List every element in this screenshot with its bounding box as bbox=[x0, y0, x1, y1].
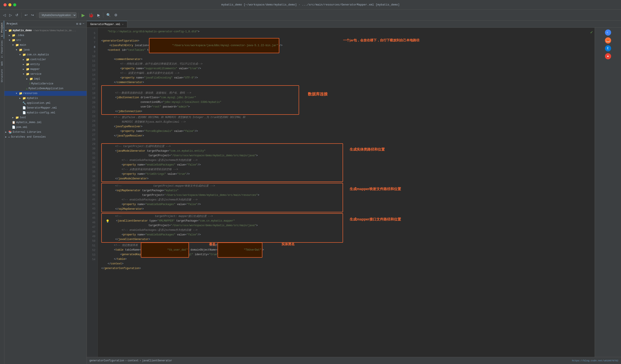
tree-item-application-yml[interactable]: 🔧 application.yml bbox=[4, 101, 86, 105]
tree-item-idea[interactable]: ▶ 📁 .idea bbox=[4, 33, 86, 38]
editor-outer: 5 6 7 8 9 10 11 12 13 14 15 16 17 18 19 … bbox=[87, 28, 621, 357]
annotation-mapper-interface-label: 生成mapper接口文件路径和位置 bbox=[350, 217, 401, 222]
run-button[interactable]: ▶ bbox=[80, 12, 86, 19]
code-line-24: NUMERIC 类型解析为java.math.BigDecimal --> bbox=[101, 120, 591, 124]
titlebar: mybatis_demo [~/workspace/demo/mybatis_d… bbox=[0, 0, 621, 10]
tree-item-com-cn-mybatis[interactable]: ▼ 📁 com.cn.mybatis bbox=[4, 52, 86, 57]
code-line-18: <!--数据库连接的信息：驱动类、连接地址、用户名、密码 --> bbox=[103, 91, 298, 95]
sidebar-tabs: 1: Project 2: Favorites Web Structure bbox=[0, 21, 4, 364]
tree-item-service[interactable]: ▼ 📁 service bbox=[4, 72, 86, 76]
tree-item-mybatis-folder[interactable]: ▶ 📁 mybatis bbox=[4, 96, 86, 101]
tree-item-mybatis-service[interactable]: Ⅰ MybatisService bbox=[4, 81, 86, 86]
line-num-29: 29 bbox=[87, 142, 98, 147]
project-header: Project ⊟ ⚙ − bbox=[4, 21, 86, 27]
sync-button[interactable]: ↺ bbox=[14, 12, 19, 18]
tree-arrow: ▶ bbox=[23, 68, 26, 70]
structure-tab[interactable]: Structure bbox=[0, 68, 4, 84]
line-num-22: 22 bbox=[87, 110, 98, 114]
project-tab[interactable]: 1: Project bbox=[0, 21, 4, 39]
folder-icon: 📁 bbox=[26, 58, 29, 61]
line-num-37: 37 bbox=[87, 179, 98, 184]
minimize-panel-icon[interactable]: − bbox=[83, 22, 84, 26]
code-line-23: <!-- 默认false，把JDBC DECIMAL 和 NUMERIC 类型解… bbox=[101, 115, 591, 120]
tree-item-test[interactable]: ▶ 📁 test bbox=[4, 115, 86, 120]
line-num-7: 7 bbox=[87, 40, 98, 45]
tree-arrow: ▼ bbox=[23, 73, 26, 75]
tree-item-mapper[interactable]: ▶ 📁 mapper bbox=[4, 67, 86, 72]
app-selector[interactable]: MybatisDemoApplication bbox=[39, 12, 76, 18]
chrome-icon[interactable]: C bbox=[605, 30, 611, 35]
tree-item-mybatis-demo-app[interactable]: ☕ MybatisDemoApplication bbox=[4, 86, 86, 91]
tree-label: MybatisDemoApplication bbox=[29, 87, 63, 90]
tree-label: entity bbox=[30, 63, 40, 66]
svg-text:C: C bbox=[607, 32, 608, 34]
tree-item-scratches[interactable]: ▶ ✏️ Scratches and Consoles bbox=[4, 135, 86, 139]
tree-item-main[interactable]: ▼ 📁 main bbox=[4, 43, 86, 48]
tree-item-resources[interactable]: ▼ 📁 resources bbox=[4, 91, 86, 96]
favorites-tab[interactable]: 2: Favorites bbox=[0, 39, 4, 60]
tree-arrow: ▼ bbox=[16, 49, 19, 51]
settings-button[interactable]: ⚙ bbox=[113, 12, 119, 18]
tree-label: MybatisService bbox=[31, 82, 53, 85]
breadcrumb-item-3[interactable]: javaClientGenerator bbox=[142, 359, 172, 362]
folder-icon: 📁 bbox=[26, 63, 29, 66]
tree-item-mybatis-config[interactable]: 📄 mybatis-config.xml bbox=[4, 110, 86, 115]
tree-item-generator-mapper[interactable]: 📄 GeneratorMapper.xml bbox=[4, 105, 86, 110]
tab-close-icon[interactable]: ✕ bbox=[122, 23, 123, 26]
tree-item-src[interactable]: ▼ 📁 src bbox=[4, 38, 86, 43]
tree-arrow: ▶ bbox=[5, 131, 8, 133]
tree-item-entity[interactable]: ▶ 📁 entity bbox=[4, 62, 86, 67]
tree-item-external-libs[interactable]: ▶ 📚 External Libraries bbox=[4, 130, 86, 135]
maximize-button[interactable] bbox=[13, 3, 16, 6]
tree-item-pom-xml[interactable]: 📄 pom.xml bbox=[4, 125, 86, 130]
tree-label: src bbox=[16, 39, 21, 42]
tree-item-java[interactable]: ▼ 📁 java bbox=[4, 48, 86, 52]
editor-tab-generator-mapper[interactable]: GeneratorMapper.xml ✕ bbox=[87, 21, 127, 27]
toolbar-separator-2 bbox=[37, 13, 37, 18]
collapse-all-icon[interactable]: ⊟ bbox=[76, 22, 78, 26]
back-button[interactable]: ◁ bbox=[2, 12, 7, 18]
main-layout: 1: Project 2: Favorites Web Structure Pr… bbox=[0, 21, 621, 364]
firefox-icon[interactable]: 🦊 bbox=[605, 37, 611, 44]
code-line-30: <javaModelGenerator targetPackage="com.c… bbox=[103, 149, 342, 154]
line-num-20: 20 bbox=[87, 101, 98, 105]
code-line-21: userId="root" password="admin"> bbox=[103, 105, 298, 109]
bottom-url: https://blog.csdn.net/u010679782 bbox=[572, 359, 618, 362]
redo-button[interactable]: ↪ bbox=[30, 12, 35, 18]
tree-label: pom.xml bbox=[16, 126, 27, 129]
code-line-22: </jdbcConnection> bbox=[103, 109, 298, 114]
tree-item-controller[interactable]: ▶ 📁 controller bbox=[4, 57, 86, 62]
annotation-mapper-file-box: <!-- targetProject:mapper映射文件生成的位置 --> <… bbox=[101, 183, 343, 212]
annotation-mapper-interface-box: <!-- targetProject: mapper接口生成的位置 --> <j… bbox=[101, 213, 343, 243]
code-line-43: <!-- targetProject: mapper接口生成的位置 --> bbox=[103, 214, 342, 219]
code-line-52: </table> bbox=[101, 257, 591, 261]
code-line-20: connectionURL="jdbc:mysql://localhost:33… bbox=[103, 100, 298, 105]
code-line-15: <property name="javaFileEncoding" value=… bbox=[101, 76, 591, 80]
bottom-bar: generatorConfiguration › context › javaC… bbox=[87, 357, 621, 364]
search-button[interactable]: 🔍 bbox=[105, 12, 112, 18]
folder-icon: 📁 bbox=[15, 43, 19, 47]
tree-item-mybatis-demo[interactable]: ▼ 📁 mybatis_demo ~/workspace/demo/mybati… bbox=[4, 28, 86, 33]
annotation-db-label: 数据库连接 bbox=[308, 91, 328, 97]
web-tab[interactable]: Web bbox=[0, 60, 4, 68]
undo-button[interactable]: ↩ bbox=[23, 12, 29, 18]
iml-icon: 📋 bbox=[12, 121, 15, 124]
annotation-entity-box: <!-- targetProject:生成PO类的位置 --> <javaMod… bbox=[101, 143, 343, 182]
breadcrumb-item-2[interactable]: context bbox=[128, 359, 139, 362]
xml-icon: 📄 bbox=[12, 125, 15, 129]
coverage-button[interactable]: ▶̲ bbox=[96, 12, 101, 18]
minimize-button[interactable] bbox=[8, 3, 11, 6]
forward-button[interactable]: ▷ bbox=[8, 12, 13, 18]
close-button[interactable] bbox=[3, 3, 7, 6]
tree-item-mybatis-demo-iml[interactable]: 📋 mybatis_demo.iml bbox=[4, 120, 86, 125]
line-num-19: 19 bbox=[87, 96, 98, 101]
tree-path: ~/workspace/demo/mybatis_de... bbox=[33, 29, 76, 32]
red-icon[interactable]: ● bbox=[605, 53, 611, 59]
code-line-5: "http://mybatis.org/dtd/mybatis-generato… bbox=[101, 30, 591, 34]
breadcrumb-item-1[interactable]: generatorConfiguration bbox=[89, 359, 124, 362]
debug-button[interactable]: 🐞 bbox=[87, 12, 95, 19]
tree-item-impl[interactable]: ▶ 📁 impl bbox=[4, 76, 86, 81]
edge-icon[interactable]: E bbox=[605, 45, 611, 52]
gear-icon[interactable]: ⚙ bbox=[79, 22, 81, 26]
code-wrapper[interactable]: ✓ "http://mybatis.org/dtd/mybatis-genera… bbox=[98, 28, 595, 357]
